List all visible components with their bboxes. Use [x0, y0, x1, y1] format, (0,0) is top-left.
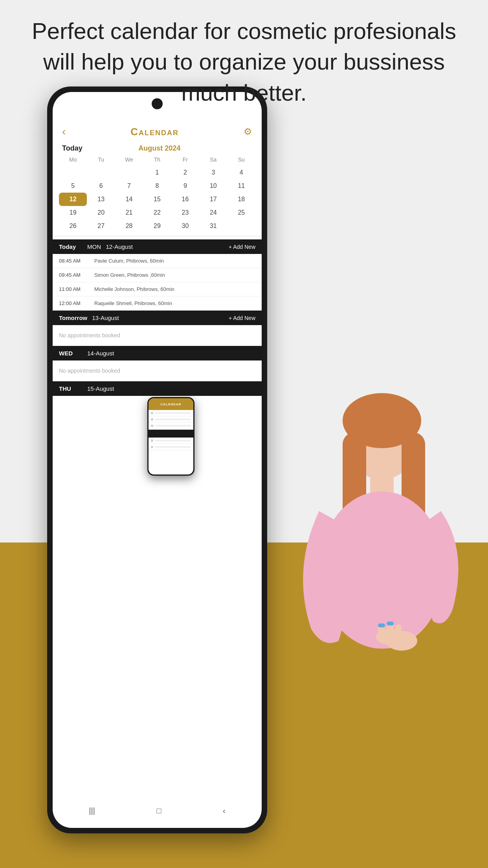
thu-day: THU: [59, 385, 83, 392]
day-8[interactable]: 8: [143, 179, 171, 193]
day-empty: [87, 166, 115, 179]
thu-section-header: THU 15-August: [53, 381, 262, 396]
weekday-th: Th: [143, 155, 171, 164]
day-14[interactable]: 14: [115, 193, 143, 206]
weekday-mo: Mo: [59, 155, 87, 164]
home-icon[interactable]: □: [156, 806, 161, 815]
tomorrow-date: 13-August: [92, 314, 229, 321]
weekday-tu: Tu: [87, 155, 115, 164]
weekday-fr: Fr: [171, 155, 199, 164]
day-22[interactable]: 22: [143, 206, 171, 219]
month-label: August 2024: [138, 144, 180, 153]
settings-icon[interactable]: ⚙: [244, 126, 252, 137]
appt-time: 08:45 AM: [59, 258, 94, 264]
day-15[interactable]: 15: [143, 193, 171, 206]
appt-time: 12:00 AM: [59, 300, 94, 306]
back-nav-icon[interactable]: ‹: [223, 806, 226, 815]
appointment-row[interactable]: 11:00 AM Michelle Johnson, Phibrows, 60m…: [53, 282, 262, 296]
tomorrow-prefix: Tomorrow: [59, 314, 87, 321]
tomorrow-section-header: Tomorrow 13-August + Add New: [53, 311, 262, 325]
svg-rect-11: [387, 622, 394, 625]
tagline-section: Perfect calendar for cosmetic profesiona…: [0, 16, 488, 108]
day-28[interactable]: 28: [115, 219, 143, 233]
day-2[interactable]: 2: [171, 166, 199, 179]
days-grid: 1 2 3 4 5 6 7 8 9 10 11 12 13 14 15: [59, 166, 255, 233]
day-17[interactable]: 17: [199, 193, 227, 206]
day-26[interactable]: 26: [59, 219, 87, 233]
day-30[interactable]: 30: [171, 219, 199, 233]
day-29[interactable]: 29: [143, 219, 171, 233]
day-empty: [227, 219, 255, 233]
calendar-grid: Mo Tu We Th Fr Sa Su 1 2 3 4: [53, 155, 262, 233]
day-23[interactable]: 23: [171, 206, 199, 219]
today-button[interactable]: Today: [62, 144, 83, 153]
weekdays-row: Mo Tu We Th Fr Sa Su: [59, 155, 255, 164]
today-section-header: Today MON 12-August + Add New: [53, 239, 262, 254]
day-6[interactable]: 6: [87, 179, 115, 193]
appt-details: Simon Green, Phibrows ,60min: [94, 272, 165, 278]
appt-time: 09:45 AM: [59, 272, 94, 278]
appt-details: Raquelle Shmell, Phibrows, 60min: [94, 300, 172, 306]
day-19[interactable]: 19: [59, 206, 87, 219]
day-25[interactable]: 25: [227, 206, 255, 219]
day-27[interactable]: 27: [87, 219, 115, 233]
today-prefix: Today: [59, 243, 83, 250]
day-1[interactable]: 1: [143, 166, 171, 179]
tomorrow-add-new[interactable]: + Add New: [229, 315, 255, 321]
calendar-nav: Today August 2024: [53, 142, 262, 155]
svg-rect-9: [378, 623, 385, 627]
bottom-nav-bar: ||| □ ‹: [58, 799, 256, 822]
day-18[interactable]: 18: [227, 193, 255, 206]
app-header: ‹ Calendar ⚙: [53, 121, 262, 142]
wed-date: 14-August: [87, 350, 255, 357]
appt-time: 11:00 AM: [59, 286, 94, 292]
app-title: Calendar: [130, 126, 179, 138]
day-13[interactable]: 13: [87, 193, 115, 206]
svg-rect-12: [395, 624, 402, 635]
appointment-row[interactable]: 09:45 AM Simon Green, Phibrows ,60min: [53, 268, 262, 282]
day-5[interactable]: 5: [59, 179, 87, 193]
mini-phone: CALENDAR: [147, 397, 194, 476]
day-21[interactable]: 21: [115, 206, 143, 219]
thu-date: 15-August: [87, 385, 255, 392]
day-4[interactable]: 4: [227, 166, 255, 179]
appt-details: Michelle Johnson, Phibrows, 60min: [94, 286, 174, 292]
weekday-sa: Sa: [199, 155, 227, 164]
day-empty: [115, 166, 143, 179]
day-9[interactable]: 9: [171, 179, 199, 193]
day-16[interactable]: 16: [171, 193, 199, 206]
weekday-we: We: [115, 155, 143, 164]
day-24[interactable]: 24: [199, 206, 227, 219]
wed-day: WED: [59, 350, 83, 357]
person-illustration: [233, 354, 488, 826]
menu-icon[interactable]: |||: [89, 806, 95, 815]
no-appointments-tomorrow: No appointments booked: [53, 325, 262, 346]
today-add-new[interactable]: + Add New: [229, 244, 255, 250]
weekday-su: Su: [227, 155, 255, 164]
day-31[interactable]: 31: [199, 219, 227, 233]
calendar-divider: [53, 236, 262, 236]
day-empty: [59, 166, 87, 179]
day-3[interactable]: 3: [199, 166, 227, 179]
appointment-row[interactable]: 12:00 AM Raquelle Shmell, Phibrows, 60mi…: [53, 296, 262, 311]
appt-details: Pavle Culum, Phibrows, 60min: [94, 258, 164, 264]
wed-section-header: WED 14-August: [53, 346, 262, 360]
day-11[interactable]: 11: [227, 179, 255, 193]
day-12-selected[interactable]: 12: [59, 193, 87, 206]
today-day-name: MON 12-August: [87, 243, 229, 250]
back-button[interactable]: ‹: [62, 125, 66, 138]
day-20[interactable]: 20: [87, 206, 115, 219]
day-10[interactable]: 10: [199, 179, 227, 193]
tagline-text: Perfect calendar for cosmetic profesiona…: [31, 16, 457, 108]
appointment-row[interactable]: 08:45 AM Pavle Culum, Phibrows, 60min: [53, 254, 262, 268]
no-appointments-wed: No appointments booked: [53, 360, 262, 381]
day-7[interactable]: 7: [115, 179, 143, 193]
